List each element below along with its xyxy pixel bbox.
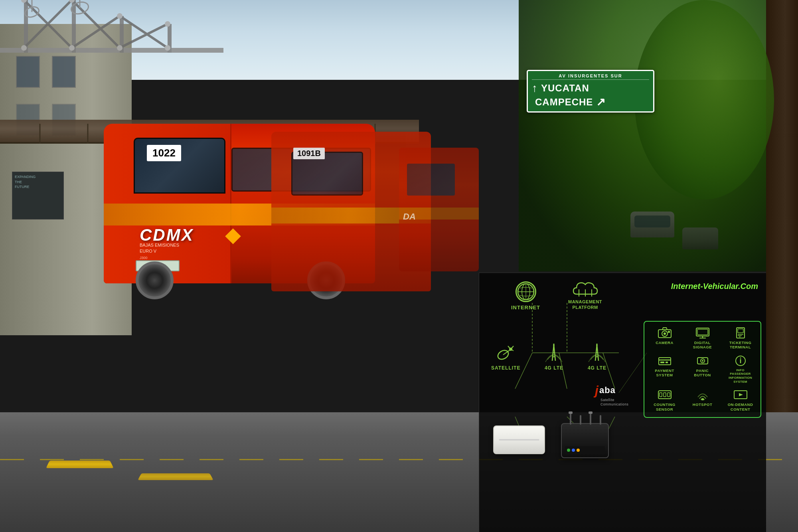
- svg-point-89: [740, 357, 741, 358]
- svg-rect-74: [697, 329, 708, 335]
- svg-rect-0: [0, 48, 223, 53]
- satellite-label: SATELLITE: [491, 365, 520, 371]
- svg-rect-91: [660, 393, 662, 397]
- lte2-icon: [587, 343, 606, 363]
- speed-bump-1: [46, 461, 114, 468]
- road-sign: AV INSURGENTES SUR ↑ YUCATAN CAMPECHE ↗: [527, 70, 654, 113]
- mgmt-platform-item: MANAGEMENTPLATFORM: [568, 279, 602, 310]
- camera-icon: [658, 327, 672, 338]
- ondemand-icon: [733, 389, 748, 400]
- feature-hotspot: HOTSPOT: [686, 389, 719, 411]
- svg-point-15: [21, 45, 27, 51]
- features-grid-container: CAMERA DIGITALSIGNAGE: [644, 321, 761, 418]
- car-2: [682, 227, 718, 249]
- panic-label: PANICBUTTON: [694, 368, 711, 378]
- panel-overlay: Internet-Vehicular.Com INTERNET: [479, 273, 766, 532]
- ondemand-label: ON-DEMANDCONTENT: [728, 402, 753, 411]
- feature-passenger-info: INFOPASSENGERINFORMATIONSYSTEM: [724, 355, 757, 384]
- lte1-icon: [544, 343, 563, 363]
- feature-digital-signage: DIGITALSIGNAGE: [686, 327, 719, 350]
- svg-rect-82: [660, 362, 664, 363]
- lte1-label: 4G LTE: [545, 365, 563, 371]
- lte1-item: 4G LTE: [544, 343, 563, 371]
- road-sign-header: AV INSURGENTES SUR: [532, 73, 649, 80]
- payment-label: PAYMENTSYSTEM: [655, 368, 674, 378]
- svg-point-16: [69, 45, 75, 51]
- feature-ondemand: ON-DEMANDCONTENT: [724, 389, 757, 411]
- hotspot-icon: [695, 389, 710, 400]
- feature-panic: PANICBUTTON: [686, 355, 719, 384]
- modem-device: [561, 423, 609, 458]
- passenger-info-label: INFOPASSENGERINFORMATIONSYSTEM: [729, 368, 752, 384]
- bus-third: DA: [399, 148, 479, 271]
- svg-rect-90: [658, 391, 671, 399]
- svg-point-18: [165, 45, 170, 51]
- lte2-label: 4G LTE: [588, 365, 606, 371]
- camera-label: CAMERA: [656, 340, 674, 345]
- counting-label: COUNTINGSENSOR: [654, 402, 676, 411]
- svg-point-13: [117, 13, 122, 19]
- svg-rect-76: [738, 329, 743, 333]
- svg-line-8: [72, 16, 120, 48]
- steel-truss: [0, 0, 223, 120]
- svg-rect-80: [659, 358, 671, 365]
- digital-signage-icon: [695, 327, 710, 338]
- road-sign-row2: CAMPECHE ↗: [532, 95, 649, 109]
- tree-foliage: [634, 0, 774, 200]
- globe-icon: [516, 281, 536, 302]
- svg-marker-96: [739, 393, 743, 396]
- svg-point-17: [117, 45, 122, 51]
- svg-point-14: [165, 21, 170, 27]
- ticketing-icon: [733, 327, 748, 338]
- road-sign-row1: ↑ YUCATAN: [532, 81, 649, 95]
- feature-payment: PAYMENTSYSTEM: [648, 355, 681, 384]
- satellite-item: SATELLITE: [491, 343, 520, 371]
- svg-line-7: [72, 0, 120, 48]
- svg-rect-92: [664, 393, 666, 397]
- car-1: [630, 212, 674, 237]
- feature-ticketing: TICKETINGTERMINAL: [724, 327, 757, 350]
- lte2-item: 4G LTE: [587, 343, 606, 371]
- passenger-info-icon: [733, 355, 748, 366]
- internet-item: INTERNET: [511, 281, 540, 310]
- svg-point-69: [664, 332, 666, 335]
- panic-icon: [695, 355, 710, 366]
- svg-rect-83: [666, 362, 668, 363]
- svg-rect-70: [668, 331, 670, 333]
- svg-point-86: [702, 360, 703, 362]
- ticketing-label: TICKETINGTERMINAL: [729, 340, 752, 350]
- svg-rect-93: [668, 393, 670, 397]
- hotspot-label: HOTSPOT: [693, 402, 712, 407]
- website-label: Internet-Vehicular.Com: [671, 282, 758, 291]
- wifi-router: [493, 425, 545, 454]
- satellite-icon: [496, 343, 516, 363]
- connectivity-row: SATELLITE 4G LTE: [491, 343, 606, 371]
- internet-label: INTERNET: [511, 305, 540, 310]
- feature-camera: CAMERA: [648, 327, 681, 350]
- cloud-icon: [571, 279, 600, 297]
- internet-icon-area: INTERNET MANAGEMENTPLATFORM: [511, 279, 602, 310]
- feature-counting: COUNTINGSENSOR: [648, 389, 681, 411]
- counting-icon: [658, 389, 672, 400]
- payment-icon: [658, 355, 672, 366]
- speed-bump-2: [138, 473, 213, 480]
- digital-signage-label: DIGITALSIGNAGE: [693, 340, 712, 350]
- mgmt-label: MANAGEMENTPLATFORM: [568, 299, 602, 310]
